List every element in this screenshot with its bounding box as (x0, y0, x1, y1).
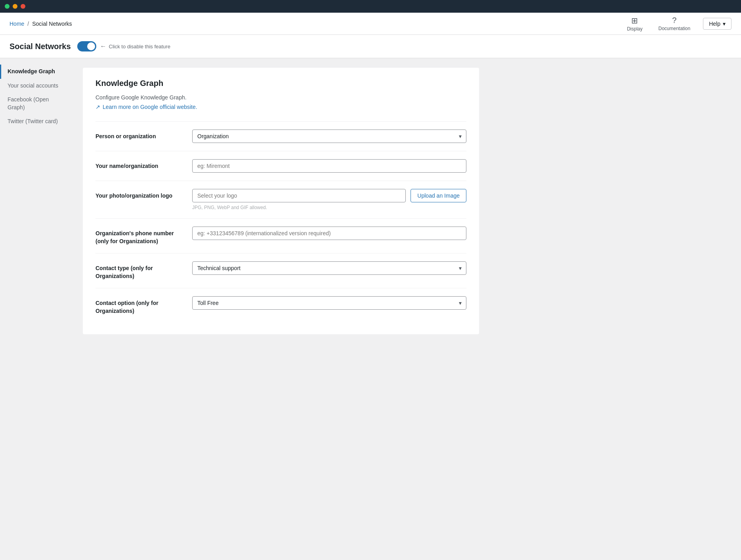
sidebar: Knowledge Graph Your social accounts Fac… (0, 58, 73, 560)
person-org-select-wrap: Person Organization (192, 130, 466, 143)
name-org-control (192, 159, 466, 173)
name-org-input[interactable] (192, 159, 466, 173)
contact-type-label: Contact type (only for Organizations) (95, 261, 183, 280)
help-button[interactable]: Help ▾ (703, 18, 731, 30)
dot-green (5, 4, 10, 9)
phone-control (192, 227, 466, 240)
documentation-label: Documentation (658, 26, 690, 31)
learn-more-link[interactable]: ↗ Learn more on Google official website. (95, 104, 466, 110)
contact-type-select[interactable]: Technical support Customer support Billi… (192, 261, 466, 275)
breadcrumb-separator: / (27, 21, 29, 27)
logo-input[interactable] (192, 189, 406, 202)
contact-option-control: Toll Free Hearing Impaired Supported (192, 296, 466, 310)
breadcrumb: Home / Social Networks (10, 21, 72, 27)
feature-toggle-wrap: ← Click to disable this feature (77, 41, 170, 51)
page-header: Social Networks ← Click to disable this … (0, 35, 741, 58)
sidebar-item-social-accounts-label: Your social accounts (8, 82, 58, 89)
sidebar-item-facebook-open-graph[interactable]: Facebook (Open Graph) (0, 93, 73, 114)
form-row-contact-type: Contact type (only for Organizations) Te… (95, 253, 466, 288)
sidebar-item-twitter-card[interactable]: Twitter (Twitter card) (0, 114, 73, 129)
feature-toggle[interactable] (77, 41, 96, 51)
contact-option-select[interactable]: Toll Free Hearing Impaired Supported (192, 296, 466, 310)
dot-yellow (13, 4, 17, 9)
form-row-phone: Organization's phone number (only for Or… (95, 218, 466, 253)
contact-type-control: Technical support Customer support Billi… (192, 261, 466, 275)
form-row-contact-option: Contact option (only for Organizations) … (95, 288, 466, 323)
file-hint: JPG, PNG, WebP and GIF allowed. (192, 205, 466, 210)
documentation-button[interactable]: ? Documentation (655, 14, 693, 33)
form-row-logo: Your photo/organization logo Upload an I… (95, 181, 466, 218)
learn-more-text: Learn more on Google official website. (103, 104, 197, 110)
logo-control: Upload an Image JPG, PNG, WebP and GIF a… (192, 189, 466, 210)
dot-red (21, 4, 25, 9)
form-row-name-org: Your name/organization (95, 151, 466, 181)
toggle-slider (77, 41, 96, 51)
help-label: Help (709, 21, 720, 27)
sidebar-item-knowledge-graph[interactable]: Knowledge Graph (0, 65, 73, 79)
breadcrumb-home-link[interactable]: Home (10, 21, 24, 27)
content-area: Knowledge Graph Configure Google Knowled… (73, 58, 741, 560)
logo-label: Your photo/organization logo (95, 189, 183, 200)
sidebar-item-knowledge-graph-label: Knowledge Graph (8, 68, 55, 74)
documentation-icon: ? (672, 16, 676, 25)
external-link-icon: ↗ (95, 104, 100, 110)
upload-image-button[interactable]: Upload an Image (411, 189, 466, 202)
display-icon: ⊞ (631, 16, 638, 25)
logo-input-wrap: Upload an Image (192, 189, 466, 202)
content-card: Knowledge Graph Configure Google Knowled… (83, 68, 479, 334)
top-nav: Home / Social Networks ⊞ Display ? Docum… (0, 13, 741, 35)
contact-option-label: Contact option (only for Organizations) (95, 296, 183, 315)
form-row-person-org: Person or organization Person Organizati… (95, 121, 466, 151)
display-button[interactable]: ⊞ Display (624, 14, 646, 33)
arrow-left-icon: ← (100, 43, 107, 50)
titlebar (0, 0, 741, 13)
phone-input[interactable] (192, 227, 466, 240)
contact-type-select-wrap: Technical support Customer support Billi… (192, 261, 466, 275)
help-chevron-icon: ▾ (723, 21, 726, 27)
sidebar-item-twitter-label: Twitter (Twitter card) (8, 118, 58, 124)
page-title: Social Networks (10, 42, 71, 51)
main-layout: Knowledge Graph Your social accounts Fac… (0, 58, 741, 560)
breadcrumb-current: Social Networks (32, 21, 72, 27)
content-title: Knowledge Graph (95, 79, 466, 88)
sidebar-item-your-social-accounts[interactable]: Your social accounts (0, 79, 73, 93)
content-description: Configure Google Knowledge Graph. (95, 94, 466, 101)
sidebar-item-facebook-label: Facebook (Open Graph) (8, 96, 49, 110)
phone-label: Organization's phone number (only for Or… (95, 227, 183, 245)
name-org-label: Your name/organization (95, 159, 183, 170)
contact-option-select-wrap: Toll Free Hearing Impaired Supported (192, 296, 466, 310)
top-nav-actions: ⊞ Display ? Documentation Help ▾ (624, 14, 731, 33)
toggle-hint-text: Click to disable this feature (109, 44, 170, 50)
person-org-label: Person or organization (95, 130, 183, 141)
toggle-hint: ← Click to disable this feature (100, 43, 170, 50)
display-label: Display (627, 26, 642, 32)
person-org-control: Person Organization (192, 130, 466, 143)
person-org-select[interactable]: Person Organization (192, 130, 466, 143)
